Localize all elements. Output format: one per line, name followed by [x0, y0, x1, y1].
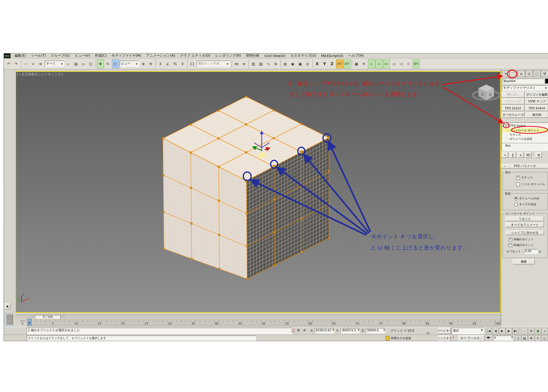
stack-item-0[interactable]: −FFD 4x4x4 — [502, 124, 548, 128]
selected-track-set-dropdown[interactable]: 選択 ▼ — [452, 328, 484, 334]
named-selection-sets-field[interactable]: 選択セット作成▼ — [197, 61, 230, 67]
xy-plane-constraint-icon[interactable]: XY — [343, 59, 350, 68]
auto-key-button[interactable]: オートキー — [438, 328, 451, 334]
pan-icon[interactable]: ✥ — [528, 335, 534, 341]
select-and-rotate-icon[interactable]: ↻ — [104, 59, 112, 68]
spinner-icon[interactable]: ▲▼ — [358, 329, 359, 331]
time-slider[interactable]: < 0 / 100 > — [15, 315, 501, 319]
expand-collapse-icon[interactable]: − — [506, 124, 510, 127]
face-snap-icon[interactable]: ◁ — [390, 59, 397, 68]
percent-snap-icon[interactable]: % — [172, 59, 179, 68]
motion-tab-icon[interactable]: ◎ — [525, 70, 533, 77]
y-coordinate-field[interactable]: -800572.5 — [340, 328, 359, 333]
offset-field[interactable]: 0.05 — [524, 249, 538, 254]
add-time-tag-label[interactable]: 時間タグを追加 — [391, 336, 411, 340]
about-button[interactable]: 概要 — [513, 259, 535, 264]
selection-lock-icon[interactable]: ⊠ — [297, 329, 300, 332]
grid-snap-icon[interactable]: ▦ — [353, 59, 360, 68]
select-by-name-icon[interactable]: ▤ — [72, 59, 79, 68]
render-setup-icon[interactable]: ◍ — [282, 59, 289, 68]
modifier-button-7[interactable]: 面分割 — [526, 112, 548, 118]
menu-item-2[interactable]: グループ(G) — [48, 53, 72, 58]
unlink-selection-icon[interactable]: ≁ — [30, 59, 37, 68]
next-frame-icon[interactable]: ▶ — [506, 328, 512, 334]
display-tab-icon[interactable]: ▢ — [533, 70, 541, 77]
select-object-icon[interactable]: ▹ — [65, 59, 72, 68]
goto-start-icon[interactable]: |◀ — [485, 328, 492, 334]
inside-points-row[interactable]: ✔ 内側のポイント — [509, 238, 534, 241]
spinner-icon[interactable]: ▲▼ — [384, 329, 385, 331]
modifier-button-1[interactable]: ポリゴンを編集 — [526, 92, 548, 98]
menu-item-8[interactable]: レンダリング(R) — [213, 53, 243, 58]
align-icon[interactable]: ≡ — [240, 59, 247, 68]
reference-coordinate-dropdown[interactable]: ビュー▼ — [120, 61, 139, 67]
zoom-icon[interactable]: ⌕ — [521, 328, 528, 334]
outside-points-row[interactable]: ✔ 外側のポイント — [509, 243, 534, 247]
selection-filter-dropdown[interactable]: すべて▼ — [45, 61, 64, 67]
object-name-field[interactable]: Box004 — [502, 78, 544, 84]
prev-frame-icon[interactable]: ◀ — [492, 328, 499, 334]
render-production-icon[interactable]: ◎ — [304, 59, 311, 68]
create-tab-icon[interactable]: ✳ — [502, 70, 510, 77]
selection-range-icons[interactable]: ⊏⊐⇅ — [20, 320, 26, 326]
menu-item-9[interactable]: 照明分析 — [243, 53, 262, 58]
z-constraint-icon[interactable]: Z — [328, 59, 336, 68]
menu-item-5[interactable]: モディファイヤ(M) — [109, 53, 144, 58]
curve-editor-icon[interactable]: ∿ — [265, 59, 272, 68]
zoom-all-icon[interactable]: ⊞ — [528, 328, 534, 334]
stack-item-2[interactable]: ┈ラティス — [502, 133, 548, 137]
conform-to-shape-button[interactable]: シェイプに合わせる — [506, 231, 544, 235]
stack-item-3[interactable]: ┈ボリュームを設定 — [502, 137, 548, 141]
menu-item-0[interactable]: 編集(E) — [12, 53, 28, 58]
checkbox-unchecked-icon[interactable] — [516, 182, 520, 186]
select-and-manipulate-icon[interactable]: ✣ — [147, 59, 154, 68]
undo-icon[interactable]: ↶ — [5, 59, 12, 68]
ffd-rollout-header[interactable]: − FFD パラメータ — [502, 164, 548, 168]
checkbox-checked-icon[interactable]: ✔ — [509, 238, 512, 241]
lattice-checkbox-row[interactable]: ✔ ラティス — [516, 175, 533, 180]
utilities-tab-icon[interactable]: ⚒ — [541, 70, 548, 77]
time-tag-icon[interactable] — [386, 336, 390, 341]
reset-button[interactable]: リセット — [506, 217, 544, 221]
menu-item-13[interactable]: ヘルプ(H) — [346, 53, 366, 58]
select-and-link-icon[interactable]: ∽ — [22, 59, 29, 68]
menu-item-1[interactable]: ツール(T) — [28, 53, 49, 58]
modify-tab-icon[interactable]: ⌒ — [510, 70, 517, 77]
menu-item-10[interactable]: Civil View(V) — [262, 54, 288, 58]
set-key-button[interactable]: セットキー — [438, 335, 451, 341]
modifier-list-dropdown[interactable]: モディファイヤリスト ▼ — [502, 85, 548, 91]
mirror-icon[interactable]: ⋈ — [233, 59, 240, 68]
remove-modifier-icon[interactable]: ⌦ — [525, 152, 532, 158]
volume-only-radio-row[interactable]: ボリュームのみ — [514, 196, 540, 200]
modifier-button-4[interactable]: FFD 2x2x2 — [502, 105, 525, 111]
viewport-label[interactable]: [＋][正投影][シェーディング] — [17, 72, 63, 77]
stack-item-1[interactable]: ┈コントロール ポイント — [502, 128, 548, 133]
spinner-icon[interactable]: ▲▼ — [540, 250, 541, 253]
all-vertices-radio-row[interactable]: すべての頂点 — [514, 203, 536, 206]
configure-modifier-sets-icon[interactable]: ⊞ — [535, 152, 542, 158]
menu-item-7[interactable]: グラフ エディタ(D) — [178, 53, 213, 58]
play-icon[interactable]: ▶ — [499, 328, 505, 334]
menu-item-11[interactable]: カスタマイズ(U) — [288, 53, 319, 58]
viewport[interactable] — [15, 71, 501, 313]
x-coordinate-field[interactable]: 653612.62 — [315, 328, 334, 333]
redo-icon[interactable]: ↷ — [13, 59, 20, 68]
checkbox-checked-icon[interactable]: ✔ — [509, 243, 512, 247]
rendered-frame-icon[interactable]: ▣ — [297, 59, 304, 68]
radio-unselected-icon[interactable] — [514, 203, 518, 206]
application-button[interactable]: MXD — [4, 53, 11, 58]
goto-end-icon[interactable]: ▶| — [512, 328, 519, 334]
material-editor-icon[interactable]: ◉ — [289, 59, 296, 68]
menu-item-6[interactable]: アニメーション(A) — [144, 53, 178, 58]
open-minislider-button[interactable]: ▶ — [5, 303, 10, 309]
time-configuration-icon[interactable]: ◷ — [515, 335, 521, 341]
radio-selected-icon[interactable] — [514, 196, 518, 200]
snap-toggle-3d-icon[interactable]: 3 — [157, 59, 164, 68]
spinner-icon[interactable]: ▲▼ — [333, 329, 334, 331]
menu-item-12[interactable]: MAXScript(X) — [319, 54, 346, 58]
select-and-move-icon[interactable]: ✥ — [97, 59, 104, 68]
orbit-icon[interactable]: ↻ — [535, 335, 541, 341]
notification-balloon-icon[interactable] — [292, 329, 295, 333]
pivot-snap-icon[interactable]: ✛ — [360, 59, 368, 68]
checkbox-checked-icon[interactable]: ✔ — [516, 176, 520, 179]
